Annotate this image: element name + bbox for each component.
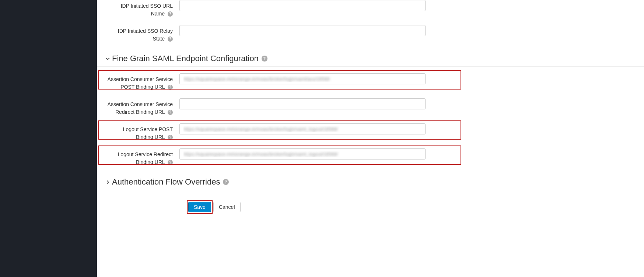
main-content: IDP Initiated SSO URL Name ? IDP Initiat…: [97, 0, 644, 277]
button-row: Save Cancel: [97, 197, 644, 217]
save-button[interactable]: Save: [188, 202, 211, 212]
logout-redirect-input[interactable]: [179, 148, 426, 159]
fine-grain-section-toggle[interactable]: Fine Grain SAML Endpoint Configuration ?: [97, 50, 644, 67]
label-text: Logout Service Redirect Binding URL: [118, 151, 173, 165]
label-text: Assertion Consumer Service POST Binding …: [108, 76, 173, 90]
label-text: Logout Service POST Binding URL: [123, 126, 173, 140]
chevron-right-icon: [106, 180, 110, 184]
help-icon[interactable]: ?: [223, 179, 229, 185]
acs-redirect-row: Assertion Consumer Service Redirect Bind…: [97, 98, 644, 116]
help-icon[interactable]: ?: [168, 135, 173, 140]
idp-url-name-input[interactable]: [179, 0, 426, 11]
auth-flow-section-toggle[interactable]: Authentication Flow Overrides ?: [97, 173, 644, 190]
idp-url-name-row: IDP Initiated SSO URL Name ?: [97, 0, 644, 18]
logout-post-input[interactable]: [179, 123, 426, 134]
help-icon[interactable]: ?: [168, 36, 173, 42]
logout-redirect-row: Logout Service Redirect Binding URL ?: [97, 148, 644, 166]
cancel-button[interactable]: Cancel: [213, 202, 241, 212]
logout-redirect-label: Logout Service Redirect Binding URL ?: [106, 148, 179, 166]
logout-post-row: Logout Service POST Binding URL ?: [97, 123, 644, 141]
acs-post-row: Assertion Consumer Service POST Binding …: [97, 73, 644, 91]
help-icon[interactable]: ?: [168, 85, 173, 90]
acs-post-label: Assertion Consumer Service POST Binding …: [106, 73, 179, 91]
help-icon[interactable]: ?: [168, 11, 173, 17]
idp-relay-state-label: IDP Initiated SSO Relay State ?: [106, 25, 179, 43]
auth-flow-section-title: Authentication Flow Overrides: [112, 177, 220, 187]
fine-grain-section-title: Fine Grain SAML Endpoint Configuration: [112, 54, 259, 63]
save-button-highlight: Save: [188, 202, 211, 212]
acs-redirect-input[interactable]: [179, 98, 426, 109]
help-icon[interactable]: ?: [168, 110, 173, 115]
idp-relay-state-row: IDP Initiated SSO Relay State ?: [97, 25, 644, 43]
acs-redirect-label: Assertion Consumer Service Redirect Bind…: [106, 98, 179, 116]
label-text: Assertion Consumer Service Redirect Bind…: [108, 101, 173, 115]
acs-post-input[interactable]: [179, 73, 426, 84]
chevron-down-icon: [106, 57, 110, 61]
help-icon[interactable]: ?: [168, 160, 173, 165]
logout-post-label: Logout Service POST Binding URL ?: [106, 123, 179, 141]
idp-relay-state-input[interactable]: [179, 25, 426, 36]
sidebar: [0, 0, 97, 277]
label-text: IDP Initiated SSO Relay State: [118, 28, 173, 42]
idp-url-name-label: IDP Initiated SSO URL Name ?: [106, 0, 179, 18]
help-icon[interactable]: ?: [262, 56, 267, 62]
label-text: IDP Initiated SSO URL Name: [121, 3, 173, 17]
